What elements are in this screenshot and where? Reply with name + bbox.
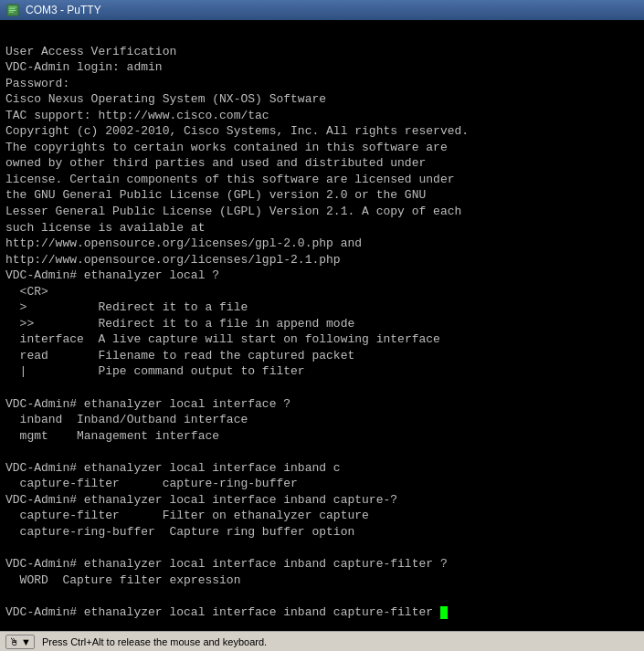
- terminal-cursor: [440, 606, 448, 619]
- status-text: Press Ctrl+Alt to release the mouse and …: [42, 636, 267, 647]
- mouse-icon: 🖱: [9, 636, 19, 647]
- svg-rect-2: [9, 8, 16, 9]
- svg-rect-3: [9, 10, 16, 11]
- mouse-release-button[interactable]: 🖱 ▼: [5, 635, 35, 649]
- terminal-area[interactable]: User Access Verification VDC-Admin login…: [0, 20, 644, 631]
- putty-icon: [5, 3, 20, 17]
- title-bar-text: COM3 - PuTTY: [26, 4, 101, 16]
- svg-rect-4: [9, 12, 14, 13]
- dropdown-arrow: ▼: [21, 636, 31, 647]
- title-bar: COM3 - PuTTY: [0, 0, 644, 20]
- terminal-output: User Access Verification VDC-Admin login…: [5, 27, 639, 620]
- svg-rect-1: [9, 7, 17, 8]
- status-bar: 🖱 ▼ Press Ctrl+Alt to release the mouse …: [0, 631, 644, 651]
